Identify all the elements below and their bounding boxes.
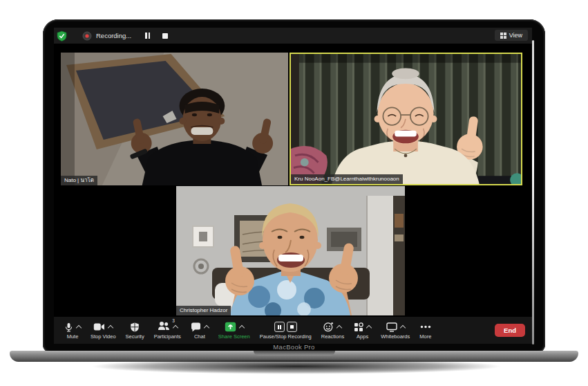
stop-video-button[interactable]: Stop Video bbox=[91, 321, 116, 340]
pause-recording-icon[interactable] bbox=[274, 322, 285, 332]
zoom-meeting-window: Recording... View bbox=[54, 28, 532, 344]
device-label: MacBook Pro bbox=[43, 343, 545, 351]
chevron-up-icon[interactable] bbox=[336, 324, 342, 330]
pause-recording-button[interactable] bbox=[145, 33, 150, 39]
chevron-up-icon[interactable] bbox=[108, 324, 113, 330]
more-label: More bbox=[419, 333, 431, 340]
macbook-mockup: Recording... View bbox=[0, 0, 588, 386]
security-label: Security bbox=[126, 333, 144, 340]
stop-recording-button[interactable] bbox=[162, 33, 168, 39]
recording-controls: Recording... bbox=[54, 28, 168, 44]
stop-recording-icon[interactable] bbox=[287, 322, 297, 332]
grid-view-icon bbox=[500, 33, 506, 39]
participants-label: Participants bbox=[154, 333, 181, 340]
participants-count-badge: 3 bbox=[172, 318, 175, 323]
pause-stop-recording-button[interactable]: Pause/Stop Recording bbox=[260, 321, 312, 340]
view-button-label: View bbox=[509, 32, 522, 39]
chevron-up-icon[interactable] bbox=[239, 324, 245, 330]
end-meeting-button[interactable]: End bbox=[495, 324, 525, 337]
share-screen-button[interactable]: Share Screen bbox=[218, 321, 250, 340]
whiteboards-button[interactable]: Whiteboards bbox=[381, 321, 410, 340]
participants-icon bbox=[158, 321, 170, 331]
reactions-label: Reactions bbox=[321, 333, 344, 340]
chat-bubble-icon bbox=[191, 322, 201, 332]
participant-name-badge: Kru NooAon_FB@Learnthaiwithkrunooaon bbox=[291, 174, 403, 184]
recording-status-label: Recording... bbox=[96, 32, 131, 39]
video-camera-icon bbox=[93, 322, 105, 331]
security-shield-icon bbox=[130, 322, 140, 333]
participants-button[interactable]: 3 Participants bbox=[154, 321, 181, 340]
chevron-up-icon[interactable] bbox=[366, 324, 372, 330]
share-screen-label: Share Screen bbox=[218, 333, 250, 340]
video-feed-attic-room bbox=[61, 53, 288, 185]
chevron-up-icon[interactable] bbox=[173, 324, 178, 330]
video-tile-nato[interactable]: Nato | นาโต bbox=[61, 53, 288, 185]
meeting-toolbar: Mute Stop Video bbox=[54, 317, 532, 344]
share-screen-icon bbox=[225, 322, 236, 332]
meeting-topbar: Recording... View bbox=[54, 28, 532, 44]
view-button[interactable]: View bbox=[495, 30, 528, 41]
recording-camera-icon bbox=[82, 31, 92, 41]
video-feed-bedroom bbox=[176, 186, 405, 315]
pause-stop-recording-label: Pause/Stop Recording bbox=[260, 333, 312, 340]
reactions-button[interactable]: Reactions bbox=[321, 321, 344, 340]
microphone-icon bbox=[64, 322, 73, 333]
chevron-up-icon[interactable] bbox=[399, 324, 405, 330]
whiteboards-label: Whiteboards bbox=[381, 333, 410, 340]
chevron-up-icon[interactable] bbox=[76, 324, 82, 330]
whiteboard-icon bbox=[386, 322, 397, 332]
reactions-smiley-icon bbox=[323, 322, 334, 332]
apps-label: Apps bbox=[357, 333, 368, 340]
video-tile-christopher[interactable]: Christopher Hadzor bbox=[176, 186, 405, 315]
video-feed-curtain-room bbox=[291, 54, 521, 184]
chat-button[interactable]: Chat bbox=[191, 321, 209, 340]
chat-label: Chat bbox=[194, 333, 205, 340]
video-tile-kru-nooaon-active[interactable]: Kru NooAon_FB@Learnthaiwithkrunooaon bbox=[290, 53, 522, 185]
security-button[interactable]: Security bbox=[126, 321, 144, 340]
laptop-shadow bbox=[44, 360, 549, 380]
apps-button[interactable]: Apps bbox=[354, 321, 371, 340]
participant-name-badge: Christopher Hadzor bbox=[176, 306, 231, 315]
encryption-shield-icon[interactable] bbox=[57, 30, 67, 42]
stop-video-label: Stop Video bbox=[91, 333, 116, 340]
participant-name-badge: Nato | นาโต bbox=[61, 176, 97, 185]
more-button[interactable]: More bbox=[419, 321, 431, 340]
screen-edge-highlight bbox=[532, 40, 534, 344]
mute-label: Mute bbox=[67, 333, 79, 340]
apps-icon bbox=[354, 322, 363, 332]
chevron-up-icon[interactable] bbox=[204, 324, 209, 330]
more-ellipsis-icon bbox=[420, 325, 431, 329]
mute-button[interactable]: Mute bbox=[64, 321, 81, 340]
